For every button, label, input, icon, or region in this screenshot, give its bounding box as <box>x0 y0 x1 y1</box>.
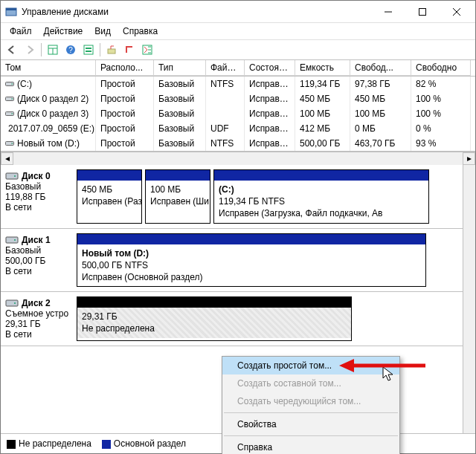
cell-capacity: 100 МБ <box>295 106 350 121</box>
svg-rect-28 <box>6 237 18 243</box>
menu-file[interactable]: Файл <box>4 25 38 38</box>
disk-row: Диск 0Базовый119,88 ГБВ сети450 МБИсправ… <box>1 165 463 229</box>
context-menu-item[interactable]: Свойства <box>222 415 399 433</box>
close-button[interactable] <box>440 1 474 23</box>
menubar: Файл Действие Вид Справка <box>1 23 475 40</box>
disk-info[interactable]: Диск 2Съемное устро29,31 ГБВ сети <box>2 296 77 341</box>
partition[interactable]: Новый том (D:)500,00 ГБ NTFSИсправен (Ос… <box>77 233 426 288</box>
view-split-button[interactable] <box>45 42 61 58</box>
partition-header <box>77 297 351 308</box>
disk-status: В сети <box>5 266 74 276</box>
scroll-track[interactable] <box>13 152 463 165</box>
settings-button[interactable] <box>139 42 155 58</box>
col-layout[interactable]: Располо... <box>96 60 154 76</box>
cell-capacity: 500,00 ГБ <box>295 136 350 151</box>
scroll-right-icon[interactable]: ▸ <box>463 152 475 165</box>
partition-size: 500,00 ГБ NTFS <box>82 259 421 271</box>
cell-capacity: 450 МБ <box>295 91 350 106</box>
partition-status: Исправен (Основной раздел) <box>82 271 421 283</box>
toolbar-separator <box>41 43 42 56</box>
partition-status: Исправен (Ши <box>150 195 205 207</box>
context-menu: Создать простой том...Создать составной … <box>222 356 400 454</box>
partition[interactable]: 100 МБИсправен (Ши <box>145 169 210 224</box>
cell-type: Базовый <box>154 121 206 136</box>
partition[interactable]: (C:)119,34 ГБ NTFSИсправен (Загрузка, Фа… <box>213 169 429 224</box>
svg-rect-30 <box>6 300 18 306</box>
cell-volume: Новый том (D:) <box>1 136 96 151</box>
col-freepct[interactable]: Свободно <box>411 60 471 76</box>
toolbar: ? <box>1 40 475 60</box>
menu-separator <box>224 412 398 413</box>
cell-filesystem: UDF <box>206 121 245 136</box>
cell-volume: (Диск 0 раздел 2) <box>1 91 96 106</box>
partition-body: 100 МБИсправен (Ши <box>146 181 210 210</box>
volume-row[interactable]: (Диск 0 раздел 2)ПростойБазовыйИсправен.… <box>1 91 475 106</box>
disk-vscrollbar[interactable] <box>463 165 475 433</box>
partition-title: Новый том (D:) <box>82 247 421 259</box>
col-volume[interactable]: Том <box>1 60 96 76</box>
cell-free: 100 МБ <box>350 106 411 121</box>
cell-free: 0 МБ <box>350 121 411 136</box>
hard-drive-icon <box>5 235 19 245</box>
partition-set: 29,31 ГБНе распределена <box>77 296 458 341</box>
svg-rect-12 <box>86 48 91 49</box>
window-control-buttons <box>371 1 474 23</box>
disk-info[interactable]: Диск 1Базовый500,00 ГБВ сети <box>2 233 77 288</box>
cell-type: Базовый <box>154 77 206 91</box>
hard-drive-icon <box>5 171 19 181</box>
context-menu-item[interactable]: Справка <box>222 438 399 454</box>
mouse-cursor-icon <box>382 366 396 383</box>
action-button[interactable] <box>121 42 138 58</box>
partition-size: 450 МБ <box>82 184 137 195</box>
col-type[interactable]: Тип <box>154 60 206 76</box>
minimize-button[interactable] <box>371 1 405 23</box>
partition-header <box>146 170 210 181</box>
maximize-button[interactable] <box>405 1 440 23</box>
disk-name: Диск 2 <box>5 298 74 308</box>
col-status[interactable]: Состояние <box>245 60 295 76</box>
rescan-button[interactable] <box>103 42 120 58</box>
volume-hscrollbar[interactable]: ◂ ▸ <box>1 152 475 164</box>
svg-rect-29 <box>14 239 16 241</box>
scroll-left-icon[interactable]: ◂ <box>1 152 13 165</box>
cell-freepct: 100 % <box>411 106 471 121</box>
col-capacity[interactable]: Емкость <box>295 60 350 76</box>
volume-row[interactable]: Новый том (D:)ПростойБазовыйNTFSИсправен… <box>1 136 475 151</box>
volume-row[interactable]: (C:)ПростойБазовыйNTFSИсправен...119,34 … <box>1 77 475 91</box>
partition[interactable]: 450 МБИсправен (Раздел в <box>77 169 142 224</box>
partition-status: Исправен (Раздел в <box>82 195 137 207</box>
svg-rect-25 <box>12 143 13 144</box>
cell-capacity: 119,34 ГБ <box>295 77 350 91</box>
cell-free: 97,38 ГБ <box>350 77 411 91</box>
unallocated-space[interactable]: 29,31 ГБНе распределена <box>77 296 352 341</box>
menu-action[interactable]: Действие <box>38 25 89 38</box>
col-free[interactable]: Свобод... <box>350 60 411 76</box>
disk-info[interactable]: Диск 0Базовый119,88 ГБВ сети <box>2 169 77 224</box>
disk-name: Диск 0 <box>5 171 74 181</box>
back-button[interactable] <box>4 42 20 58</box>
cell-filesystem: NTFS <box>206 136 245 151</box>
forward-button[interactable] <box>22 42 38 58</box>
refresh-button[interactable] <box>80 42 97 58</box>
titlebar[interactable]: Управление дисками <box>1 1 475 23</box>
col-filesystem[interactable]: Файл... <box>206 60 245 76</box>
partition-header <box>77 170 141 181</box>
cell-volume: (Диск 0 раздел 3) <box>1 106 96 121</box>
disk-status: В сети <box>5 329 74 340</box>
cell-status: Исправен... <box>245 91 295 106</box>
partition-size: 29,31 ГБ <box>82 311 347 322</box>
volume-row[interactable]: (Диск 0 раздел 3)ПростойБазовыйИсправен.… <box>1 106 475 121</box>
volume-row[interactable]: 2017.07.09_0659 (E:)ПростойБазовыйUDFИсп… <box>1 121 475 136</box>
partition-set: 450 МБИсправен (Раздел в100 МБИсправен (… <box>77 169 458 224</box>
help-button[interactable]: ? <box>62 42 79 58</box>
context-menu-item[interactable]: Создать простой том... <box>222 357 399 374</box>
menu-view[interactable]: Вид <box>89 25 117 38</box>
svg-rect-19 <box>12 98 13 100</box>
cell-layout: Простой <box>96 136 154 151</box>
legend-unallocated-label: Не распределена <box>19 438 91 449</box>
cell-layout: Простой <box>96 106 154 121</box>
disk-type: Базовый <box>5 245 74 256</box>
legend-primary-label: Основной раздел <box>114 438 186 449</box>
partition-title: (C:) <box>219 184 424 195</box>
menu-help[interactable]: Справка <box>117 25 164 38</box>
